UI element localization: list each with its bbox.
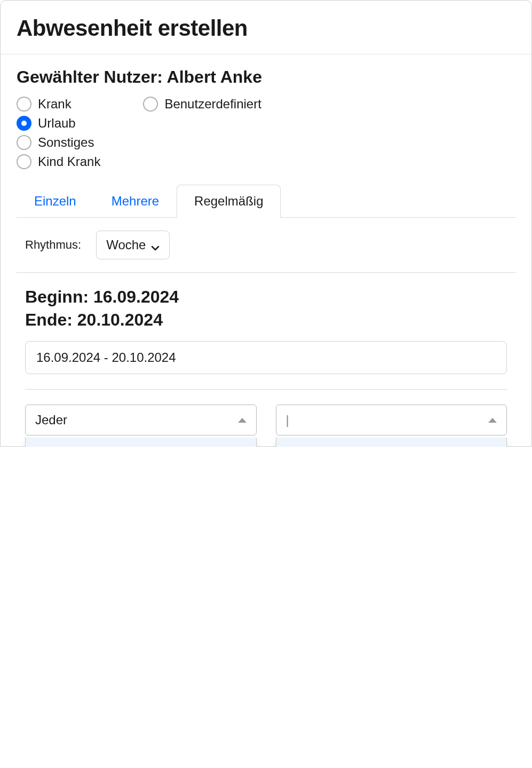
radio-icon [17,135,31,150]
radio-sonstiges[interactable]: Sonstiges [17,135,100,150]
divider [25,389,507,390]
weekday-combo-input[interactable]: | [286,413,489,427]
chevron-down-icon [151,241,160,249]
frequency-combo-input-wrap[interactable]: Jeder [25,405,257,436]
radio-label: Benutzerdefiniert [164,97,261,112]
radio-label: Sonstiges [38,135,94,150]
rhythmus-label: Rhythmus: [25,238,81,252]
caret-up-icon [488,418,497,423]
frequency-option[interactable]: Jeder [26,438,256,447]
frequency-weekday-row: Jeder JederJeder zweiteJeder dritteJeder… [17,405,515,436]
rhythmus-select[interactable]: Woche [96,231,170,259]
absence-type-col-1: KrankUrlaubSonstigesKind Krank [17,97,100,169]
weekday-dropdown: MontagDienstagMittwochDonnerstagFreitagS… [276,438,507,447]
rhythmus-row: Rhythmus: Woche [17,231,515,259]
create-absence-dialog: Abwesenheit erstellen Gewählter Nutzer: … [0,0,532,447]
tab-mehrere[interactable]: Mehrere [94,185,177,218]
radio-icon [17,154,31,169]
radio-label: Urlaub [38,116,76,131]
radio-label: Kind Krank [38,154,100,169]
radio-icon [17,116,31,131]
radio-krank[interactable]: Krank [17,97,100,112]
radio-urlaub[interactable]: Urlaub [17,116,100,131]
frequency-combo-input[interactable]: Jeder [35,413,238,427]
tab-regelmaessig[interactable]: Regelmäßig [177,185,281,218]
dialog-body: Gewählter Nutzer: Albert Anke KrankUrlau… [1,54,531,446]
frequency-dropdown: JederJeder zweiteJeder dritteJeder viert… [25,438,257,447]
radio-icon [143,97,158,112]
rhythmus-value: Woche [106,237,146,252]
dialog-header: Abwesenheit erstellen [1,1,531,54]
selected-user-heading: Gewählter Nutzer: Albert Anke [17,67,515,87]
weekday-combo-input-wrap[interactable]: | [276,405,507,436]
frequency-combo: Jeder JederJeder zweiteJeder dritteJeder… [25,405,257,436]
date-range-heading: Beginn: 16.09.2024 Ende: 20.10.2024 [25,286,515,331]
tab-bar: EinzelnMehrereRegelmäßig [17,184,515,218]
weekday-option[interactable]: Montag [276,438,507,447]
radio-icon [17,97,31,112]
radio-kind-krank[interactable]: Kind Krank [17,154,100,169]
absence-type-col-2: Benutzerdefiniert [143,97,261,169]
tab-einzeln[interactable]: Einzeln [17,185,94,218]
absence-type-radio-group: KrankUrlaubSonstigesKind Krank Benutzerd… [17,97,515,169]
radio-benutzerdefiniert[interactable]: Benutzerdefiniert [143,97,261,112]
date-range-input[interactable] [25,341,507,374]
dialog-title: Abwesenheit erstellen [17,15,515,41]
radio-label: Krank [38,97,72,112]
divider [17,272,515,273]
weekday-combo: | MontagDienstagMittwochDonnerstagFreita… [276,405,507,436]
caret-up-icon [238,418,247,423]
